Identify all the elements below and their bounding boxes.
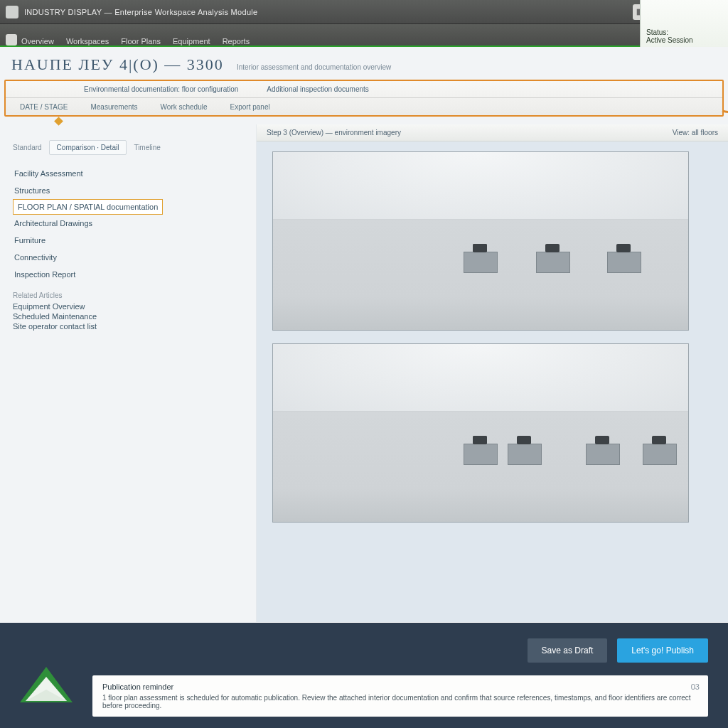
envelope-icon xyxy=(16,661,77,711)
highlighted-nav-block: Environmental documentation: floor confi… xyxy=(4,80,724,117)
window-title: INDUSTRY DISPLAY — Enterprise Workspace … xyxy=(24,8,258,16)
save-draft-button[interactable]: Save as Draft xyxy=(528,638,608,663)
highlighted-nav-link[interactable]: Additional inspection documents xyxy=(267,85,368,93)
sidebar-item-connectivity[interactable]: Connectivity xyxy=(13,249,243,266)
breadcrumb-item[interactable]: Floor Plans xyxy=(121,37,161,46)
notice-count: 03 xyxy=(691,682,700,691)
sidebar-item-furniture[interactable]: Furniture xyxy=(13,232,243,249)
sidebar-item-floorplan[interactable]: FLOOR PLAN / SPATIAL documentation xyxy=(13,199,163,215)
sidebar-article-link[interactable]: Equipment Overview xyxy=(13,302,243,311)
page-subtitle: Interior assessment and documentation ov… xyxy=(237,63,391,71)
session-status-label: Status: xyxy=(646,28,722,36)
gallery-image[interactable] xyxy=(272,343,689,523)
highlighted-nav-link[interactable]: Environmental documentation: floor confi… xyxy=(84,85,238,93)
footer-action-bar: Save as Draft Let's go! Publish Publicat… xyxy=(0,623,728,728)
notice-body: 1 floor plan assessment is scheduled for… xyxy=(102,694,698,710)
sidebar-article-link[interactable]: Site operator contact list xyxy=(13,322,243,331)
info-bar-step: Step 3 (Overview) — environment imagery xyxy=(267,129,401,136)
breadcrumb-item[interactable]: Overview xyxy=(21,37,54,46)
highlighted-nav-tab[interactable]: Export panel xyxy=(230,103,270,111)
image-gallery xyxy=(257,141,728,532)
highlighted-nav-tab[interactable]: DATE / STAGE xyxy=(20,103,68,111)
info-bar-view[interactable]: View: all floors xyxy=(673,129,718,136)
breadcrumb: Overview Workspaces Floor Plans Equipmen… xyxy=(21,37,259,46)
view-mode-label: Timeline xyxy=(134,144,160,151)
tab-bar: Overview Workspaces Floor Plans Equipmen… xyxy=(0,24,728,47)
footer-notice-card: Publication reminder 1 floor plan assess… xyxy=(92,675,708,717)
page-surface: HAUПЕ ЛЕУ 4|(О) — 3300 Interior assessme… xyxy=(0,47,728,623)
sidebar-item-structures[interactable]: Structures xyxy=(13,182,243,199)
main-content: Step 3 (Overview) — environment imagery … xyxy=(256,124,728,622)
browser-chrome: INDUSTRY DISPLAY — Enterprise Workspace … xyxy=(0,0,728,24)
breadcrumb-item[interactable]: Equipment xyxy=(173,37,210,46)
tab-favicon xyxy=(6,34,17,46)
publish-button[interactable]: Let's go! Publish xyxy=(617,638,708,663)
sidebar-article-link[interactable]: Scheduled Maintenance xyxy=(13,312,243,321)
callout-arrow-icon xyxy=(721,90,728,118)
view-mode-pill[interactable]: Comparison · Detail xyxy=(49,140,127,155)
notice-title: Publication reminder xyxy=(102,682,698,691)
window-favicon xyxy=(6,6,18,18)
view-mode-label: Standard xyxy=(13,144,42,151)
session-status-panel: Status: Active Session xyxy=(640,0,728,47)
sidebar: Standard Comparison · Detail Timeline Fa… xyxy=(0,124,256,622)
breadcrumb-item[interactable]: Workspaces xyxy=(66,37,109,46)
sidebar-item-assessment[interactable]: Facility Assessment xyxy=(13,165,243,182)
sidebar-section-heading: Related Articles xyxy=(13,291,243,299)
sidebar-item-report[interactable]: Inspection Report xyxy=(13,266,243,283)
session-status-value: Active Session xyxy=(646,36,722,44)
page-title: HAUПЕ ЛЕУ 4|(О) — 3300 xyxy=(11,55,224,74)
page-header: HAUПЕ ЛЕУ 4|(О) — 3300 Interior assessme… xyxy=(0,47,728,78)
breadcrumb-item[interactable]: Reports xyxy=(223,37,250,46)
content-info-bar: Step 3 (Overview) — environment imagery … xyxy=(257,124,728,141)
highlighted-nav-tab[interactable]: Work schedule xyxy=(161,103,208,111)
highlighted-nav-tab[interactable]: Measurements xyxy=(90,103,137,111)
gallery-image[interactable] xyxy=(272,151,689,331)
sidebar-item-drawings[interactable]: Architectural Drawings xyxy=(13,215,243,232)
